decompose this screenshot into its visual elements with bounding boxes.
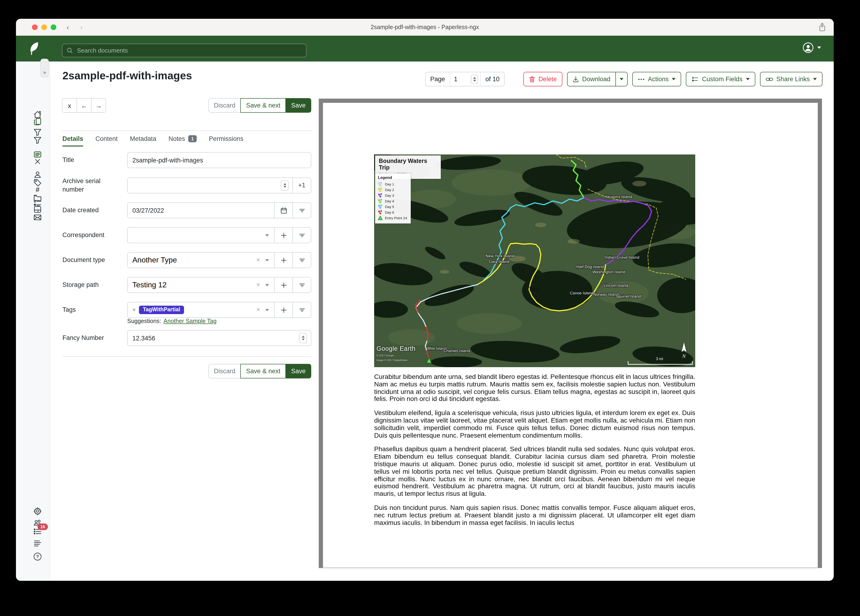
actions-button[interactable]: Actions [632, 72, 681, 86]
storage-path-filter-button[interactable] [292, 277, 311, 293]
field-row-date-created: Date created [63, 202, 311, 218]
share-links-button[interactable]: Share Links [760, 72, 822, 86]
sidebar-expand-button[interactable]: » [40, 59, 49, 77]
storage-path-select[interactable]: Testing 12 × [127, 277, 275, 293]
google-earth-logo: Google Earth [377, 345, 416, 352]
chevron-down-icon[interactable] [265, 234, 269, 236]
island-label: Canoe Island [570, 291, 593, 295]
correspondent-filter-button[interactable] [292, 227, 311, 243]
date-filter-button[interactable] [292, 202, 311, 218]
paperless-logo-icon[interactable] [28, 41, 39, 55]
custom-fields-button[interactable]: Custom Fields [686, 72, 755, 86]
fancy-number-input[interactable] [127, 330, 311, 346]
detail-tabs: Details Content Metadata Notes1 Permissi… [63, 135, 311, 146]
save-group-bottom: Discard Save & next Save [208, 364, 311, 379]
tab-permissions[interactable]: Permissions [209, 135, 243, 146]
clear-icon[interactable]: × [256, 282, 260, 288]
remove-tag-icon[interactable]: × [132, 306, 136, 313]
sidebar-close-all-documents[interactable] [33, 157, 42, 166]
tags-filter-button[interactable] [292, 302, 311, 318]
plus-icon [281, 282, 287, 288]
help-icon: ? [33, 552, 42, 561]
filter-lines-icon [298, 207, 305, 214]
asn-input[interactable] [127, 177, 293, 193]
save-button[interactable]: Save [286, 98, 311, 113]
page-stepper[interactable] [471, 74, 478, 84]
legend-item: Day 1 [378, 181, 408, 187]
add-tag-button[interactable] [274, 302, 293, 318]
tab-metadata[interactable]: Metadata [130, 135, 156, 146]
user-menu[interactable] [803, 42, 821, 53]
document-type-select[interactable]: Another Type × [127, 252, 275, 268]
search-input[interactable] [76, 47, 302, 55]
sidebar-item-logs[interactable] [33, 539, 42, 547]
discard-button[interactable]: Discard [208, 98, 241, 113]
tag-chip[interactable]: TagWithPartial [139, 306, 184, 314]
funnel-icon [33, 136, 42, 145]
save-next-button[interactable]: Save & next [240, 364, 286, 379]
field-row-asn: Archive serial number +1 [63, 177, 311, 193]
suggestions-label: Suggestions: [127, 318, 161, 324]
map-title: Boundary Waters Trip [379, 158, 437, 171]
tab-details[interactable]: Details [63, 135, 83, 146]
close-document-button[interactable]: x [62, 98, 77, 113]
island-label: Indian Grave Island [605, 255, 639, 260]
save-next-button[interactable]: Save & next [240, 98, 286, 113]
title-input[interactable] [127, 152, 311, 168]
sidebar-item-workflows[interactable] [33, 205, 42, 214]
chevron-down-icon[interactable] [265, 284, 269, 286]
fancy-number-stepper[interactable] [299, 333, 307, 343]
envelope-icon [33, 213, 42, 222]
download-button[interactable]: Download [567, 72, 616, 86]
sidebar-item-help[interactable]: ? [33, 552, 42, 561]
suggested-tag-link[interactable]: Another Sample Tag [163, 318, 217, 324]
next-document-button[interactable]: → [91, 98, 106, 113]
filter-lines-icon [298, 256, 305, 264]
discard-button[interactable]: Discard [208, 364, 241, 379]
title-label: Title [63, 156, 127, 164]
pdf-paragraph: Vestibulum eleifend, ligula a scelerisqu… [374, 409, 695, 439]
sidebar-item-saved-view-1[interactable] [33, 128, 42, 137]
previous-document-button[interactable]: ← [77, 98, 91, 113]
add-storage-path-button[interactable] [274, 277, 293, 293]
sidebar-item-document-types[interactable]: # [33, 185, 42, 193]
share-icon[interactable] [818, 22, 826, 32]
sidebar-item-documents[interactable] [33, 117, 42, 126]
map-image: Hausons Island New York Island Gary Isla… [374, 154, 695, 367]
correspondent-select[interactable] [127, 227, 275, 243]
asn-plus-one-button[interactable]: +1 [292, 177, 311, 193]
chevron-down-icon[interactable] [265, 309, 269, 311]
document-nav-group: x ← → [63, 98, 106, 113]
date-picker-button[interactable] [274, 202, 293, 218]
sidebar-item-correspondents[interactable] [33, 170, 42, 179]
date-created-input[interactable] [127, 202, 275, 218]
sidebar-item-saved-view-2[interactable] [33, 136, 42, 145]
download-split-button: Download [567, 72, 628, 86]
add-document-type-button[interactable] [274, 252, 293, 268]
document-toolbar: Page of 10 Delete Download Actions Custo… [425, 72, 822, 86]
add-correspondent-button[interactable] [274, 227, 293, 243]
chevron-down-icon [672, 78, 676, 80]
document-type-filter-button[interactable] [292, 252, 311, 268]
save-button[interactable]: Save [286, 364, 311, 379]
tab-notes[interactable]: Notes1 [168, 135, 197, 146]
page-number-input[interactable] [453, 75, 464, 83]
workflows-icon [33, 205, 42, 214]
sidebar-item-mail[interactable] [33, 213, 42, 222]
tasks-count-badge: 16 [38, 523, 48, 530]
clear-icon[interactable]: × [256, 307, 260, 313]
download-dropdown-toggle[interactable] [615, 72, 628, 86]
field-row-correspondent: Correspondent [63, 227, 311, 243]
asn-stepper[interactable] [281, 180, 289, 190]
chevron-down-icon[interactable] [265, 259, 269, 261]
pdf-preview-pane[interactable]: Hausons Island New York Island Gary Isla… [319, 99, 822, 568]
pdf-paragraph: Curabitur bibendum ante urna, sed blandi… [374, 373, 695, 403]
tab-content[interactable]: Content [96, 135, 118, 146]
clear-icon[interactable]: × [256, 257, 260, 263]
gear-icon [33, 506, 42, 515]
sidebar-item-settings[interactable] [33, 507, 42, 515]
tags-select[interactable]: × TagWithPartial × [127, 302, 275, 318]
filter-lines-icon [298, 232, 305, 239]
fancy-number-label: Fancy Number [63, 334, 127, 342]
delete-button[interactable]: Delete [523, 72, 562, 86]
